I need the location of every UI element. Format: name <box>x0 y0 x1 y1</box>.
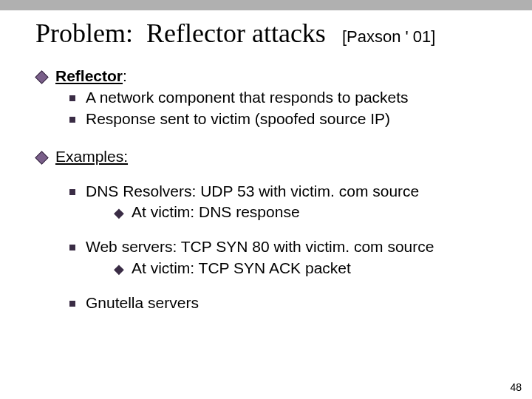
page-number: 48 <box>510 381 522 393</box>
sub-bullet: Web servers: TCP SYN 80 with victim. com… <box>69 237 510 257</box>
arrow-icon: ◆ <box>114 261 124 278</box>
sub-bullet-text: A network component that responds to pac… <box>86 88 409 108</box>
sub-sub-bullet: ◆ At victim: TCP SYN ACK packet <box>114 259 510 279</box>
square-icon <box>69 189 75 195</box>
arrow-icon: ◆ <box>114 205 124 222</box>
sub-bullet: A network component that responds to pac… <box>69 88 510 108</box>
sub-sub-bullet-text: At victim: TCP SYN ACK packet <box>132 259 351 279</box>
title-citation: [Paxson ' 01] <box>342 27 436 47</box>
sub-bullet-text: Response sent to victim (spoofed source … <box>86 109 390 129</box>
sub-bullet-text: Web servers: TCP SYN 80 with victim. com… <box>86 237 434 257</box>
reflector-heading: Reflector <box>55 67 123 84</box>
sub-bullet: Gnutella servers <box>69 293 510 313</box>
examples-heading: Examples: <box>55 147 128 167</box>
diamond-icon <box>35 151 48 164</box>
title-right: Reflector attacks <box>146 18 326 49</box>
slide-title: Problem: Reflector attacks [Paxson ' 01] <box>35 18 510 49</box>
slide: Problem: Reflector attacks [Paxson ' 01]… <box>0 10 532 399</box>
sub-sub-bullet-text: At victim: DNS response <box>132 202 300 222</box>
square-icon <box>69 245 75 250</box>
colon: : <box>123 67 127 84</box>
sub-bullet: DNS Resolvers: UDP 53 with victim. com s… <box>69 182 510 202</box>
slide-body: Reflector: A network component that resp… <box>35 66 510 313</box>
sub-bullet-text: DNS Resolvers: UDP 53 with victim. com s… <box>86 182 419 202</box>
top-bar <box>0 0 532 10</box>
bullet-text: Reflector: <box>55 66 127 86</box>
sub-bullet: Response sent to victim (spoofed source … <box>69 109 510 129</box>
title-left: Problem: <box>35 18 133 49</box>
diamond-icon <box>35 70 48 83</box>
sub-bullet-text: Gnutella servers <box>86 293 199 313</box>
bullet-examples: Examples: <box>37 147 510 167</box>
bullet-reflector: Reflector: <box>37 66 510 86</box>
square-icon <box>69 95 75 101</box>
sub-sub-bullet: ◆ At victim: DNS response <box>114 202 510 222</box>
square-icon <box>69 117 75 123</box>
square-icon <box>69 301 75 307</box>
